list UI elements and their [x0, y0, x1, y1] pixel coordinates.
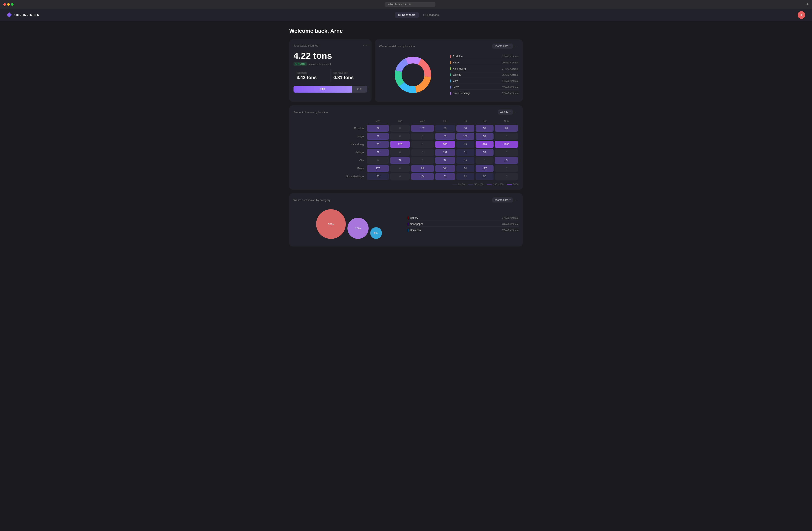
row-location: Viby	[293, 157, 366, 164]
total-waste-card: Total waste scanned ··· 4.22 tons ↘ 4% l…	[289, 39, 372, 102]
legend-item: Viby 14% (3.42 tons)	[450, 79, 519, 84]
category-menu[interactable]: ···	[514, 198, 519, 202]
cell: 0	[475, 157, 494, 164]
cell-value: 705	[435, 141, 455, 148]
scans-card: Amount of scans by location Weekly ▾ ···…	[289, 105, 523, 190]
cell: 52	[475, 124, 494, 132]
cell-value: 104	[435, 165, 455, 172]
chevron-down-icon: ▾	[509, 45, 511, 47]
cell: 52	[475, 132, 494, 141]
cell-value: 820	[476, 141, 494, 148]
maximize-button[interactable]	[11, 3, 14, 6]
legend-color-bar	[450, 55, 451, 58]
cell-value: 50	[476, 173, 494, 180]
locations-icon: ⊟	[423, 13, 426, 17]
table-row: Viby079078490104	[293, 157, 519, 164]
cell: 78	[435, 157, 456, 164]
minimize-button[interactable]	[7, 3, 10, 6]
avatar[interactable]: A	[798, 11, 805, 19]
new-tab-button[interactable]: +	[806, 2, 809, 7]
legend-item: Store Heddinge 12% (3.42 tons)	[450, 91, 519, 95]
non-recyclable-pct: 21%	[357, 88, 362, 91]
cell-value: 34	[456, 165, 474, 172]
category-title: Waste breakdown by category	[293, 198, 330, 202]
cell: 0	[410, 148, 435, 157]
category-date-filter[interactable]: Year to date ▾	[492, 197, 512, 203]
cell-value: 88	[411, 165, 434, 172]
cell-value: 50	[367, 173, 389, 180]
cell-value: 61	[367, 133, 389, 140]
nav-tab-dashboard[interactable]: ⊞ Dashboard	[395, 12, 419, 18]
close-button[interactable]	[3, 3, 6, 6]
total-waste-menu[interactable]: ···	[363, 44, 367, 47]
cell: 0	[366, 157, 390, 164]
cell: 104	[410, 173, 435, 180]
cell-value: 0	[390, 125, 410, 132]
row-location: Kalundborg	[293, 141, 366, 148]
cell: 0	[390, 164, 410, 173]
non-recyclable-value: 0.81 tons	[333, 75, 364, 80]
legend-color-bar	[450, 61, 451, 64]
legend-name: Viby	[453, 79, 500, 83]
legend-pct: 17% (3.42 tons)	[502, 68, 519, 70]
legend-range-item: 50 – 100	[468, 183, 483, 186]
browser-chrome: aris-robotics.com ↻ +	[0, 0, 812, 9]
row-location: Jyllinge	[293, 148, 366, 157]
category-legend-item: Drink can 17% (3.42 tons)	[408, 228, 519, 233]
cell: 104	[435, 164, 456, 173]
legend-pct: 12% (3.42 tons)	[502, 92, 519, 94]
legend-pct: 12% (3.42 tons)	[502, 86, 519, 88]
cell: 0	[390, 148, 410, 157]
row-location: Ferns	[293, 164, 366, 173]
breakdown-menu[interactable]: ···	[514, 44, 519, 48]
cell: 49	[456, 141, 475, 148]
cell-value: 104	[495, 157, 518, 164]
date-filter-label: Year to date	[494, 45, 508, 47]
cell-value: 150	[456, 133, 474, 140]
bubbles-chart: 33%20%6%	[293, 206, 404, 242]
app-header: ARIS INSIGHTS ⊞ Dashboard ⊟ Locations A	[0, 9, 812, 21]
cell-value: 39	[435, 125, 455, 132]
cell: 197	[475, 164, 494, 173]
weekly-dropdown[interactable]: Weekly ▾	[498, 109, 513, 115]
page-title: Welcome back, Arne	[289, 28, 523, 34]
cell: 1280	[494, 141, 519, 148]
legend-item: Køge 20% (3.42 tons)	[450, 60, 519, 65]
legend-range-item: 500+	[507, 183, 519, 186]
breakdown-location-title: Waste breakdown by location	[379, 45, 415, 48]
legend-pct: 20% (3.42 tons)	[502, 61, 519, 64]
cell: 52	[435, 173, 456, 180]
row-location: Store Heddinge	[293, 173, 366, 180]
bubble: 20%	[347, 218, 368, 239]
refresh-icon[interactable]: ↻	[409, 3, 411, 6]
scans-menu[interactable]: ···	[514, 110, 519, 114]
nav-tab-locations[interactable]: ⊟ Locations	[420, 12, 442, 18]
category-legend: Battery 27% (3.42 tons) Newspaper 20% (3…	[408, 216, 519, 233]
cell-value: 52	[435, 133, 455, 140]
table-header-row: MonTueWedThuFriSatSun	[293, 118, 519, 124]
cell-value: 0	[495, 149, 518, 156]
category-chevron-icon: ▾	[509, 198, 511, 202]
nav-tabs: ⊞ Dashboard ⊟ Locations	[395, 12, 442, 18]
cell-value: 197	[476, 165, 494, 172]
non-recyclable-label: Non-recyclable	[333, 72, 364, 74]
day-header: Sun	[494, 118, 519, 124]
legend-range-color	[507, 184, 512, 185]
cell-value: 0	[495, 133, 518, 140]
legend-color-bar	[450, 67, 451, 70]
donut-chart	[379, 52, 447, 98]
cell: 0	[494, 173, 519, 180]
cell: 152	[410, 124, 435, 132]
cell-value: 52	[435, 173, 455, 180]
table-row: Store Heddinge5001045232500	[293, 173, 519, 180]
cell-value: 0	[390, 133, 410, 140]
legend-color-bar	[450, 79, 451, 83]
category-legend-bar	[408, 229, 408, 232]
recyclable-value: 3.42 tons	[296, 75, 327, 80]
nav-tab-locations-label: Locations	[427, 13, 439, 16]
non-recyclable-split: Non-recyclable 0.81 tons	[331, 70, 367, 83]
cell-value: 152	[411, 125, 434, 132]
category-legend-name: Battery	[410, 217, 500, 219]
date-filter-button[interactable]: Year to date ▾	[492, 44, 512, 49]
legend-name: Store Heddinge	[453, 92, 500, 95]
